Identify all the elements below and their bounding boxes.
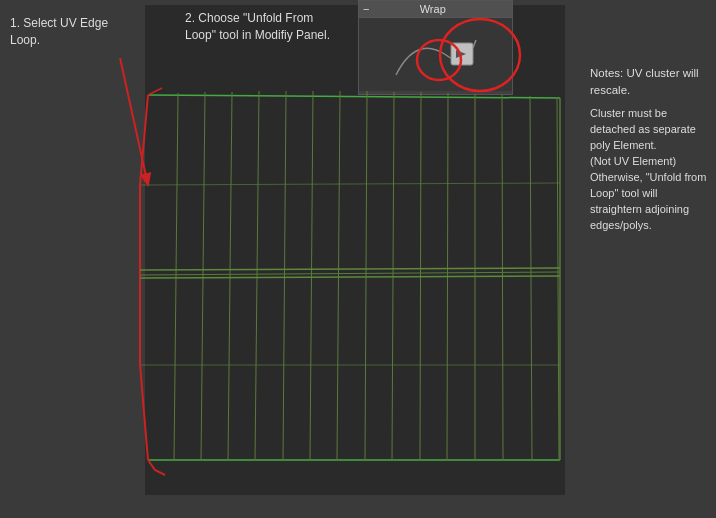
wrap-panel-content (359, 18, 512, 91)
wrap-title: Wrap (420, 3, 446, 15)
circle-annotation (359, 18, 512, 91)
svg-line-27 (120, 58, 148, 185)
wrap-panel: − Wrap (358, 0, 513, 95)
svg-point-2 (417, 40, 461, 80)
step1-label: 1. Select UV Edge Loop. (10, 15, 140, 49)
wrap-minus[interactable]: − (363, 3, 369, 15)
notes-title: Notes: UV cluster will rescale. (590, 65, 710, 98)
wrap-panel-header: − Wrap (359, 1, 512, 18)
notes-panel: Notes: UV cluster will rescale. Cluster … (590, 65, 710, 234)
step2-label: 2. Choose "Unfold From Loop" tool in Mod… (185, 10, 330, 44)
notes-body: Cluster must be detached as separate pol… (590, 106, 710, 234)
